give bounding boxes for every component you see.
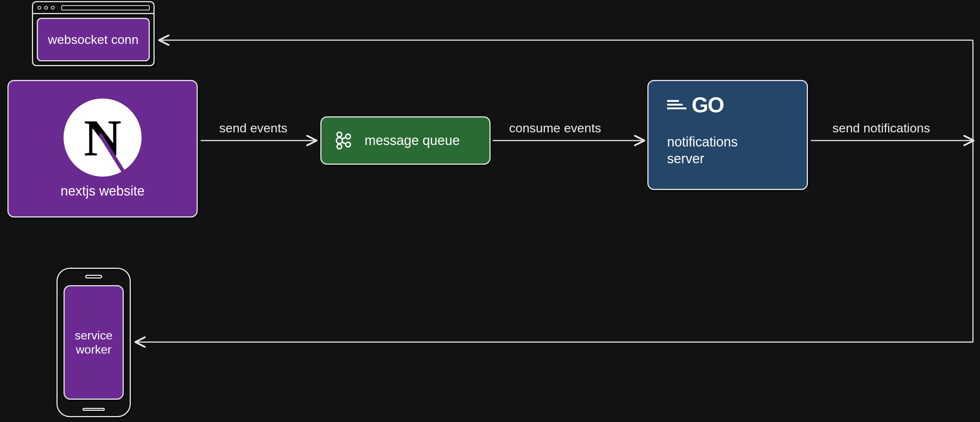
svg-point-0 bbox=[337, 132, 342, 137]
svg-line-8 bbox=[342, 142, 345, 144]
svg-point-2 bbox=[336, 138, 342, 143]
browser-icon bbox=[33, 2, 153, 14]
svg-line-7 bbox=[342, 137, 345, 139]
node-websocket-conn: websocket conn bbox=[32, 1, 154, 66]
node-message-queue: message queue bbox=[320, 116, 490, 165]
svg-point-3 bbox=[345, 134, 350, 139]
node-service-worker-label: serviceworker bbox=[64, 285, 124, 400]
svg-point-4 bbox=[345, 142, 350, 147]
golang-logo-icon: GO bbox=[667, 92, 724, 117]
node-notifications-server-label: notificationsserver bbox=[667, 134, 738, 167]
kafka-icon bbox=[333, 131, 353, 151]
svg-point-1 bbox=[337, 144, 342, 149]
edge-label-send-events: send events bbox=[219, 121, 287, 135]
node-message-queue-label: message queue bbox=[364, 133, 460, 148]
mobile-icon bbox=[85, 275, 102, 279]
edge-label-send-notifications: send notifications bbox=[832, 121, 930, 135]
node-notifications-server: GO notificationsserver bbox=[648, 80, 808, 190]
edge-label-consume-events: consume events bbox=[509, 121, 601, 135]
node-nextjs-website: N nextjs website bbox=[8, 80, 198, 218]
node-nextjs-label: nextjs website bbox=[60, 183, 145, 199]
node-service-worker: serviceworker bbox=[56, 268, 131, 417]
nextjs-logo-icon: N bbox=[64, 99, 142, 177]
node-websocket-label: websocket conn bbox=[37, 18, 150, 61]
